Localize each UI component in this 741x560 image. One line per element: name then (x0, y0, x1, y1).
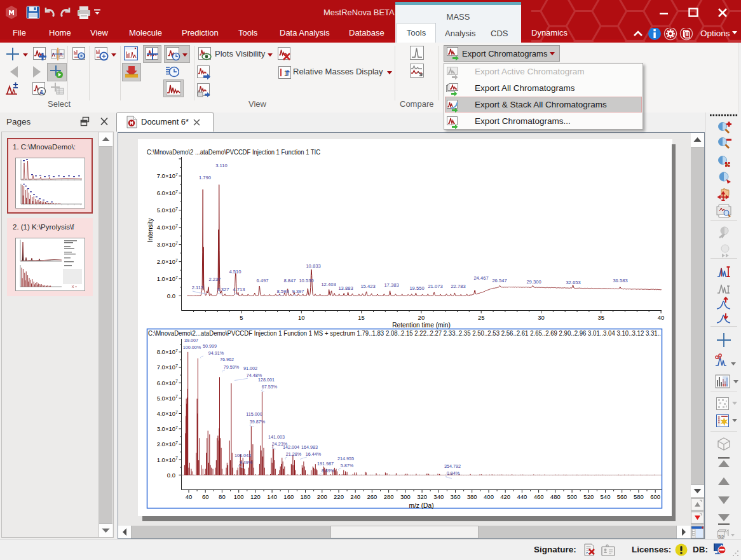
svg-text:3.0×10: 3.0×10 (157, 425, 175, 432)
svg-text:15: 15 (358, 314, 365, 321)
svg-text:540: 540 (601, 493, 611, 500)
svg-text:4.0×10: 4.0×10 (157, 224, 175, 231)
svg-text:100.00%: 100.00% (183, 345, 201, 350)
svg-text:106.043: 106.043 (235, 453, 251, 458)
svg-text:&: & (39, 89, 44, 95)
svg-text:10.530: 10.530 (299, 278, 313, 283)
svg-text:480: 480 (550, 493, 561, 500)
svg-text:7: 7 (175, 364, 178, 368)
svg-text:7: 7 (175, 241, 178, 245)
svg-text:67.53%: 67.53% (262, 384, 278, 390)
svg-text:25: 25 (478, 314, 485, 321)
svg-text:16.44%: 16.44% (306, 451, 322, 457)
svg-text:35: 35 (598, 314, 605, 321)
svg-text:40: 40 (658, 314, 665, 321)
svg-text:160: 160 (283, 493, 294, 500)
svg-text:128.001: 128.001 (258, 377, 275, 383)
svg-text:80: 80 (219, 493, 226, 500)
svg-text:260: 260 (367, 493, 377, 500)
svg-text:320: 320 (417, 493, 427, 500)
svg-text:19.550: 19.550 (409, 285, 424, 291)
svg-text:22.783: 22.783 (451, 283, 465, 289)
svg-text:C:\MnovaDemo\2 ...ataDemo\PVCC: C:\MnovaDemo\2 ...ataDemo\PVCCDF Injecti… (147, 149, 320, 156)
svg-text:560: 560 (617, 493, 627, 500)
svg-text:1.790: 1.790 (199, 175, 211, 181)
svg-text:380: 380 (467, 493, 477, 500)
svg-text:2.113: 2.113 (192, 285, 203, 290)
svg-text:76.962: 76.962 (220, 357, 234, 362)
svg-text:7: 7 (175, 410, 178, 414)
svg-text:10: 10 (298, 314, 305, 321)
svg-text:40: 40 (186, 493, 193, 500)
svg-text:21.073: 21.073 (428, 283, 442, 289)
svg-text:94.91%: 94.91% (208, 350, 224, 356)
svg-text:440: 440 (517, 493, 527, 500)
svg-text:300: 300 (400, 493, 411, 500)
svg-text:354.792: 354.792 (444, 463, 461, 469)
svg-text:0.94%: 0.94% (447, 470, 460, 476)
svg-text:39.007: 39.007 (184, 338, 198, 343)
svg-text:3.327: 3.327 (217, 287, 229, 292)
svg-text:7: 7 (175, 425, 178, 430)
svg-text:7: 7 (175, 379, 178, 383)
svg-text:7: 7 (175, 440, 178, 445)
svg-text:520: 520 (583, 493, 594, 500)
svg-text:7: 7 (175, 258, 178, 263)
svg-text:500: 500 (567, 493, 577, 500)
svg-text:21.28%: 21.28% (286, 451, 302, 457)
svg-text:3.110: 3.110 (215, 163, 227, 168)
svg-text:7: 7 (175, 275, 178, 280)
svg-text:10.833: 10.833 (306, 263, 320, 269)
svg-text:600: 600 (650, 493, 660, 500)
svg-text:7: 7 (175, 348, 178, 353)
svg-text:400: 400 (484, 493, 494, 500)
svg-text:7: 7 (175, 394, 178, 399)
svg-text:9.397: 9.397 (292, 289, 304, 294)
svg-text:7.0×10: 7.0×10 (157, 172, 175, 179)
svg-text:140: 140 (267, 493, 277, 500)
svg-text:13.883: 13.883 (338, 285, 353, 291)
svg-text:220: 220 (334, 493, 344, 500)
svg-text:50.999: 50.999 (203, 343, 217, 349)
svg-text:20: 20 (418, 314, 425, 321)
svg-text:142.004: 142.004 (283, 444, 299, 450)
svg-text:32.653: 32.653 (566, 280, 580, 285)
svg-text:115.000: 115.000 (246, 411, 262, 417)
svg-text:340: 340 (433, 493, 444, 500)
svg-text:120: 120 (250, 493, 261, 500)
svg-text:79.59%: 79.59% (224, 364, 240, 370)
svg-text:29.300: 29.300 (526, 279, 541, 285)
svg-text:0.0: 0.0 (167, 292, 175, 299)
svg-text:5.0×10: 5.0×10 (157, 395, 175, 402)
svg-text:1.0×10: 1.0×10 (157, 275, 175, 282)
svg-text:6.497: 6.497 (256, 278, 268, 283)
svg-text:30: 30 (538, 314, 545, 321)
svg-text:39.87%: 39.87% (250, 419, 266, 425)
svg-text:2.0×10: 2.0×10 (157, 440, 175, 447)
svg-text:C:\MnovaDemo\2...ataDemo\PVCCD: C:\MnovaDemo\2...ataDemo\PVCCDF Injectio… (148, 330, 661, 337)
svg-text:580: 580 (634, 493, 644, 500)
svg-text:9.49%: 9.49% (240, 460, 253, 465)
svg-text:91.002: 91.002 (243, 365, 257, 371)
svg-text:214.955: 214.955 (337, 456, 354, 461)
svg-text:Intensity: Intensity (147, 217, 154, 242)
svg-text:7.0×10: 7.0×10 (157, 364, 175, 371)
svg-text:460: 460 (534, 493, 544, 500)
svg-text:4.510: 4.510 (229, 269, 241, 275)
svg-text:7: 7 (175, 172, 178, 177)
svg-text:100: 100 (234, 493, 244, 500)
svg-text:7: 7 (175, 456, 178, 460)
svg-text:191.987: 191.987 (317, 461, 334, 467)
svg-text:8.0×10: 8.0×10 (157, 348, 175, 355)
svg-text:15.423: 15.423 (360, 283, 375, 289)
svg-text:2.237: 2.237 (208, 277, 221, 282)
svg-text:26.547: 26.547 (492, 278, 506, 283)
svg-text:2.0×10: 2.0×10 (157, 258, 175, 265)
svg-text:5.87%: 5.87% (341, 463, 354, 468)
svg-text:5.0×10: 5.0×10 (157, 207, 175, 214)
svg-text:6.0×10: 6.0×10 (157, 379, 175, 386)
svg-text:7: 7 (175, 189, 178, 194)
svg-text:164.983: 164.983 (301, 444, 318, 450)
svg-text:6.0×10: 6.0×10 (157, 189, 175, 196)
svg-text:4.0×10: 4.0×10 (157, 410, 175, 417)
